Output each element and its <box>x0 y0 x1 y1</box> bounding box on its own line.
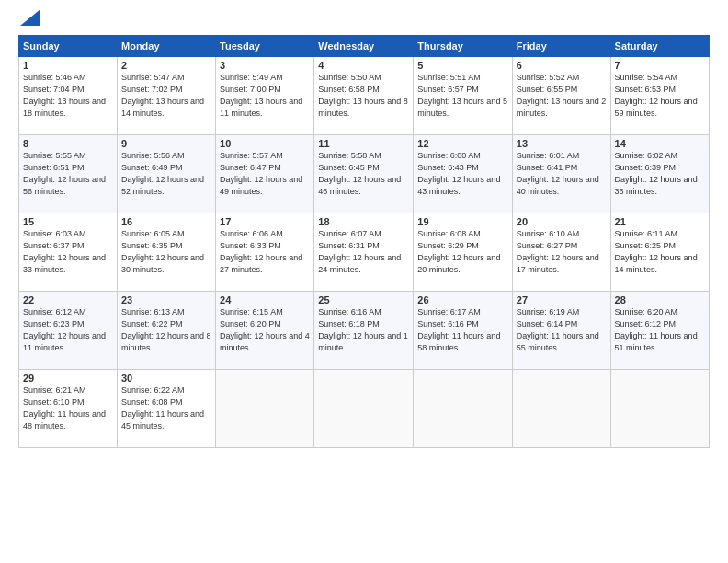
day-detail: Sunrise: 5:58 AMSunset: 6:45 PMDaylight:… <box>318 150 409 198</box>
day-detail: Sunrise: 5:50 AMSunset: 6:58 PMDaylight:… <box>318 72 409 120</box>
day-number: 27 <box>517 294 607 305</box>
calendar-cell: 5Sunrise: 5:51 AMSunset: 6:57 PMDaylight… <box>414 57 512 135</box>
calendar-cell: 4Sunrise: 5:50 AMSunset: 6:58 PMDaylight… <box>314 57 414 135</box>
day-detail: Sunrise: 6:13 AMSunset: 6:22 PMDaylight:… <box>121 306 211 354</box>
calendar-cell: 21Sunrise: 6:11 AMSunset: 6:25 PMDayligh… <box>610 213 709 292</box>
calendar-day-header: Saturday <box>610 36 709 57</box>
day-detail: Sunrise: 5:47 AMSunset: 7:02 PMDaylight:… <box>121 72 211 120</box>
calendar-cell: 16Sunrise: 6:05 AMSunset: 6:35 PMDayligh… <box>118 213 216 292</box>
day-number: 21 <box>615 216 705 227</box>
day-detail: Sunrise: 5:52 AMSunset: 6:55 PMDaylight:… <box>517 72 607 120</box>
calendar-cell: 1Sunrise: 5:46 AMSunset: 7:04 PMDaylight… <box>19 57 118 135</box>
calendar-cell: 25Sunrise: 6:16 AMSunset: 6:18 PMDayligh… <box>314 292 414 370</box>
calendar-cell: 13Sunrise: 6:01 AMSunset: 6:41 PMDayligh… <box>512 135 610 213</box>
calendar-cell: 15Sunrise: 6:03 AMSunset: 6:37 PMDayligh… <box>19 213 118 292</box>
day-number: 16 <box>121 216 211 227</box>
day-detail: Sunrise: 5:46 AMSunset: 7:04 PMDaylight:… <box>23 72 113 120</box>
day-detail: Sunrise: 5:57 AMSunset: 6:47 PMDaylight:… <box>220 150 310 198</box>
calendar-cell: 18Sunrise: 6:07 AMSunset: 6:31 PMDayligh… <box>314 213 414 292</box>
day-number: 14 <box>615 138 705 149</box>
day-number: 12 <box>417 138 507 149</box>
day-detail: Sunrise: 6:19 AMSunset: 6:14 PMDaylight:… <box>517 306 607 354</box>
calendar-header-row: SundayMondayTuesdayWednesdayThursdayFrid… <box>19 36 710 57</box>
day-number: 4 <box>318 60 409 71</box>
calendar-day-header: Monday <box>118 36 216 57</box>
day-detail: Sunrise: 6:01 AMSunset: 6:41 PMDaylight:… <box>517 150 607 198</box>
day-detail: Sunrise: 6:00 AMSunset: 6:43 PMDaylight:… <box>417 150 507 198</box>
day-detail: Sunrise: 6:22 AMSunset: 6:08 PMDaylight:… <box>121 385 211 432</box>
calendar-day-header: Sunday <box>19 36 118 57</box>
calendar-cell: 3Sunrise: 5:49 AMSunset: 7:00 PMDaylight… <box>216 57 314 135</box>
calendar-cell: 9Sunrise: 5:56 AMSunset: 6:49 PMDaylight… <box>118 135 216 213</box>
day-number: 10 <box>220 138 310 149</box>
day-number: 8 <box>23 138 113 149</box>
day-number: 22 <box>23 294 113 305</box>
calendar-day-header: Wednesday <box>314 36 414 57</box>
day-number: 25 <box>318 294 409 305</box>
calendar-cell: 19Sunrise: 6:08 AMSunset: 6:29 PMDayligh… <box>414 213 512 292</box>
day-number: 9 <box>121 138 211 149</box>
calendar-cell: 6Sunrise: 5:52 AMSunset: 6:55 PMDaylight… <box>512 57 610 135</box>
day-number: 29 <box>23 373 113 384</box>
day-number: 19 <box>417 216 507 227</box>
header <box>18 17 710 26</box>
calendar-cell: 11Sunrise: 5:58 AMSunset: 6:45 PMDayligh… <box>314 135 414 213</box>
calendar-row: 15Sunrise: 6:03 AMSunset: 6:37 PMDayligh… <box>19 213 710 292</box>
day-number: 23 <box>121 294 211 305</box>
calendar-cell <box>610 370 709 448</box>
day-number: 18 <box>318 216 409 227</box>
calendar-cell: 24Sunrise: 6:15 AMSunset: 6:20 PMDayligh… <box>216 292 314 370</box>
calendar-cell: 2Sunrise: 5:47 AMSunset: 7:02 PMDaylight… <box>118 57 216 135</box>
day-number: 7 <box>615 60 705 71</box>
calendar-cell: 12Sunrise: 6:00 AMSunset: 6:43 PMDayligh… <box>414 135 512 213</box>
day-detail: Sunrise: 6:16 AMSunset: 6:18 PMDaylight:… <box>318 306 409 354</box>
day-number: 13 <box>517 138 607 149</box>
calendar-cell: 17Sunrise: 6:06 AMSunset: 6:33 PMDayligh… <box>216 213 314 292</box>
calendar-cell: 29Sunrise: 6:21 AMSunset: 6:10 PMDayligh… <box>19 370 118 448</box>
page: SundayMondayTuesdayWednesdayThursdayFrid… <box>0 0 728 563</box>
day-detail: Sunrise: 6:12 AMSunset: 6:23 PMDaylight:… <box>23 306 113 354</box>
day-detail: Sunrise: 6:07 AMSunset: 6:31 PMDaylight:… <box>318 228 409 276</box>
calendar-cell: 30Sunrise: 6:22 AMSunset: 6:08 PMDayligh… <box>118 370 216 448</box>
calendar-day-header: Tuesday <box>216 36 314 57</box>
day-detail: Sunrise: 6:21 AMSunset: 6:10 PMDaylight:… <box>23 385 113 432</box>
logo-arrow-icon <box>20 9 40 26</box>
calendar-cell: 23Sunrise: 6:13 AMSunset: 6:22 PMDayligh… <box>118 292 216 370</box>
calendar-cell: 26Sunrise: 6:17 AMSunset: 6:16 PMDayligh… <box>414 292 512 370</box>
calendar-cell: 28Sunrise: 6:20 AMSunset: 6:12 PMDayligh… <box>610 292 709 370</box>
calendar-cell: 22Sunrise: 6:12 AMSunset: 6:23 PMDayligh… <box>19 292 118 370</box>
day-detail: Sunrise: 6:15 AMSunset: 6:20 PMDaylight:… <box>220 306 310 354</box>
calendar-cell <box>414 370 512 448</box>
day-detail: Sunrise: 5:54 AMSunset: 6:53 PMDaylight:… <box>615 72 705 120</box>
day-number: 17 <box>220 216 310 227</box>
day-detail: Sunrise: 6:17 AMSunset: 6:16 PMDaylight:… <box>417 306 507 354</box>
day-number: 1 <box>23 60 113 71</box>
day-detail: Sunrise: 6:02 AMSunset: 6:39 PMDaylight:… <box>615 150 705 198</box>
day-number: 3 <box>220 60 310 71</box>
day-number: 26 <box>417 294 507 305</box>
svg-marker-0 <box>20 9 40 26</box>
calendar-day-header: Friday <box>512 36 610 57</box>
day-number: 11 <box>318 138 409 149</box>
calendar-day-header: Thursday <box>414 36 512 57</box>
day-detail: Sunrise: 5:56 AMSunset: 6:49 PMDaylight:… <box>121 150 211 198</box>
calendar-cell: 10Sunrise: 5:57 AMSunset: 6:47 PMDayligh… <box>216 135 314 213</box>
calendar-cell: 7Sunrise: 5:54 AMSunset: 6:53 PMDaylight… <box>610 57 709 135</box>
day-detail: Sunrise: 6:05 AMSunset: 6:35 PMDaylight:… <box>121 228 211 276</box>
day-detail: Sunrise: 5:51 AMSunset: 6:57 PMDaylight:… <box>417 72 507 120</box>
calendar-cell: 14Sunrise: 6:02 AMSunset: 6:39 PMDayligh… <box>610 135 709 213</box>
day-detail: Sunrise: 6:06 AMSunset: 6:33 PMDaylight:… <box>220 228 310 276</box>
day-detail: Sunrise: 6:20 AMSunset: 6:12 PMDaylight:… <box>615 306 705 354</box>
day-detail: Sunrise: 6:11 AMSunset: 6:25 PMDaylight:… <box>615 228 705 276</box>
day-number: 28 <box>615 294 705 305</box>
calendar-row: 8Sunrise: 5:55 AMSunset: 6:51 PMDaylight… <box>19 135 710 213</box>
day-detail: Sunrise: 6:08 AMSunset: 6:29 PMDaylight:… <box>417 228 507 276</box>
day-number: 15 <box>23 216 113 227</box>
day-number: 2 <box>121 60 211 71</box>
day-number: 5 <box>417 60 507 71</box>
calendar-table: SundayMondayTuesdayWednesdayThursdayFrid… <box>18 35 710 448</box>
calendar-row: 22Sunrise: 6:12 AMSunset: 6:23 PMDayligh… <box>19 292 710 370</box>
day-number: 20 <box>517 216 607 227</box>
day-number: 30 <box>121 373 211 384</box>
logo <box>18 17 40 26</box>
